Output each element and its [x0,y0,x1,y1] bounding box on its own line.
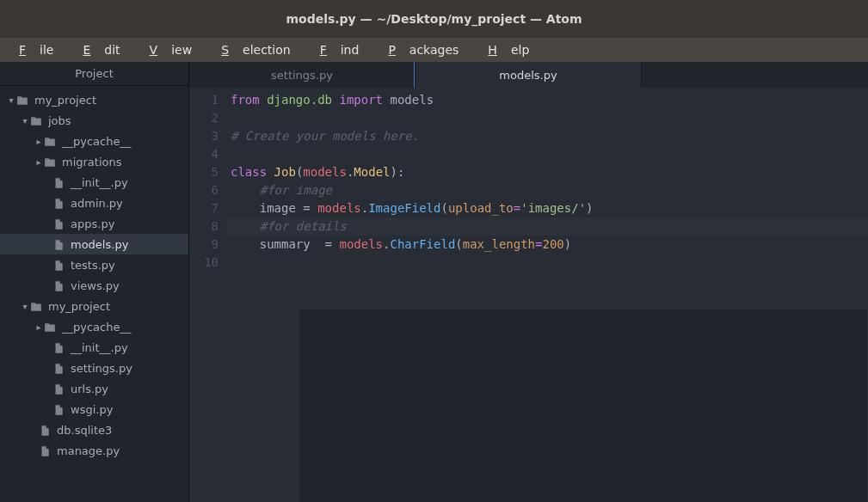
file-icon [52,196,65,210]
file-icon [52,237,65,251]
tree-file-tests[interactable]: tests.py [0,254,188,275]
tree-file-db[interactable]: db.sqlite3 [0,419,188,440]
tree-file-apps[interactable]: apps.py [0,213,188,234]
tab-empty [642,62,868,88]
tree-file-manage[interactable]: manage.py [0,440,188,461]
tree-file-wsgi[interactable]: wsgi.py [0,399,188,419]
menu-help[interactable]: Help [474,41,543,58]
tree-file-models[interactable]: models.py [0,234,188,254]
tree-folder-jobs[interactable]: ▾jobs [0,110,188,131]
file-tree: ▾my_project ▾jobs ▸__pycache__ ▸migratio… [0,86,188,502]
folder-icon [15,93,29,107]
tree-file-views[interactable]: views.py [0,275,188,296]
tree-file-settings[interactable]: settings.py [0,358,188,378]
file-icon [52,382,65,395]
project-sidebar: Project ▾my_project ▾jobs ▸__pycache__ ▸… [0,62,189,502]
tree-file-init2[interactable]: __init__.py [0,337,188,358]
tree-file-admin[interactable]: admin.py [0,193,188,213]
tree-folder-migrations[interactable]: ▸migrations [0,151,188,172]
tree-folder-pycache2[interactable]: ▸__pycache__ [0,316,188,337]
folder-icon [43,155,57,168]
tree-file-init[interactable]: __init__.py [0,172,188,193]
menu-selection[interactable]: Selection [207,41,305,58]
file-icon [52,361,65,375]
menu-view[interactable]: View [136,41,206,58]
menu-find[interactable]: Find [306,41,373,58]
tab-bar: settings.py models.py [189,62,868,88]
menu-file[interactable]: File [5,41,67,58]
folder-icon [29,113,43,127]
bottom-panel [299,309,867,502]
menubar: File Edit View Selection Find Packages H… [0,38,868,62]
file-icon [52,402,65,416]
folder-icon [29,299,43,313]
line-gutter: 12345678910 [189,88,227,502]
file-icon [52,258,65,272]
tree-folder-root[interactable]: ▾my_project [0,89,188,110]
tab-models[interactable]: models.py [416,62,642,88]
tab-settings[interactable]: settings.py [189,62,416,88]
file-icon [52,279,65,292]
file-icon [38,423,52,437]
file-icon [38,444,52,457]
window-titlebar: models.py — ~/Desktop/my_project — Atom [0,0,868,38]
tree-file-urls[interactable]: urls.py [0,378,188,399]
menu-edit[interactable]: Edit [69,41,133,58]
folder-icon [43,320,57,334]
project-header: Project [0,62,188,86]
file-icon [52,340,65,354]
folder-icon [43,134,57,148]
file-icon [52,175,65,189]
file-icon [52,217,65,230]
tree-folder-pycache[interactable]: ▸__pycache__ [0,131,188,151]
tree-folder-myproject2[interactable]: ▾my_project [0,296,188,316]
window-title: models.py — ~/Desktop/my_project — Atom [286,12,582,26]
menu-packages[interactable]: Packages [374,41,472,58]
